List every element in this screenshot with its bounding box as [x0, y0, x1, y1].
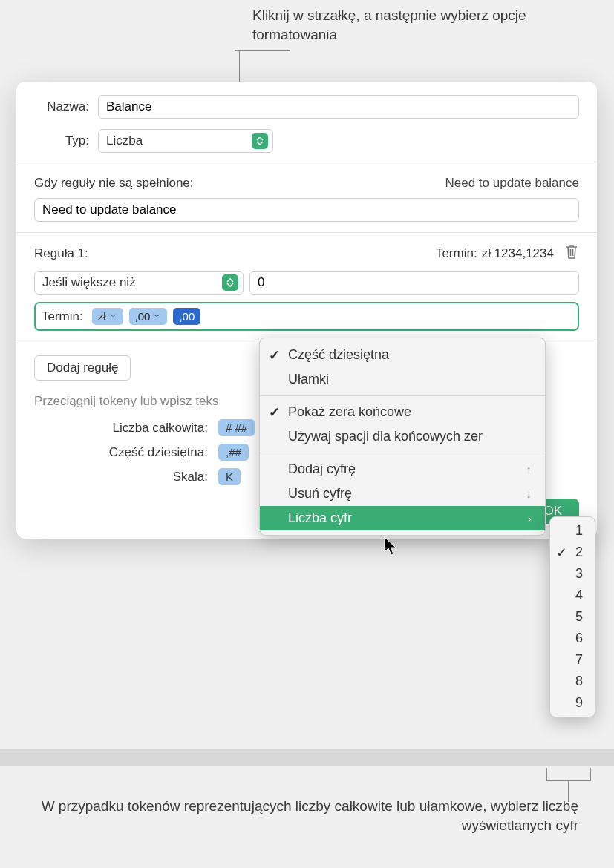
- submenu-item-5[interactable]: 5: [550, 606, 595, 628]
- termin-preview: zł 1234,1234: [482, 246, 554, 261]
- up-arrow-icon: ↑: [526, 463, 532, 476]
- token-decimal-2[interactable]: ,00: [173, 308, 200, 325]
- rules-fail-preview: Need to update balance: [445, 176, 579, 191]
- chevron-right-icon: ›: [528, 512, 532, 525]
- decimal-token[interactable]: ,##: [218, 444, 249, 461]
- menu-space-trailing-zeros[interactable]: Używaj spacji dla końcowych zer: [260, 424, 545, 449]
- digit-count-submenu: 1 ✓2 3 4 5 6 7 8 9: [549, 516, 595, 717]
- background-strip: [0, 749, 614, 766]
- condition-select[interactable]: Jeśli większe niż: [34, 271, 244, 295]
- integer-token[interactable]: # ##: [218, 419, 255, 436]
- type-select[interactable]: Liczba: [98, 129, 273, 153]
- name-label: Nazwa:: [34, 99, 98, 114]
- trash-icon[interactable]: [564, 243, 579, 263]
- menu-decimal-part[interactable]: ✓ Część dziesiętna: [260, 343, 545, 367]
- submenu-item-4[interactable]: 4: [550, 585, 595, 606]
- menu-add-digit[interactable]: Dodaj cyfrę ↑: [260, 457, 545, 481]
- menu-show-trailing-zeros[interactable]: ✓ Pokaż zera końcowe: [260, 400, 545, 424]
- chevron-down-icon: ﹀: [153, 311, 161, 322]
- submenu-item-2[interactable]: ✓2: [550, 542, 595, 563]
- check-icon: ✓: [269, 404, 280, 421]
- down-arrow-icon: ↓: [526, 487, 532, 500]
- menu-remove-digit[interactable]: Usuń cyfrę ↓: [260, 481, 545, 506]
- submenu-item-1[interactable]: 1: [550, 520, 595, 542]
- cursor-icon: [383, 536, 399, 560]
- submenu-item-9[interactable]: 9: [550, 692, 595, 714]
- add-rule-button[interactable]: Dodaj regułę: [34, 355, 131, 381]
- token-context-menu: ✓ Część dziesiętna Ułamki ✓ Pokaż zera k…: [259, 338, 546, 536]
- chevron-down-icon: ﹀: [109, 311, 117, 322]
- decimal-token-label: Część dziesiętna:: [34, 445, 218, 460]
- condition-value-input[interactable]: [249, 271, 579, 295]
- rules-fail-label: Gdy reguły nie są spełnione:: [34, 176, 194, 191]
- submenu-item-7[interactable]: 7: [550, 649, 595, 671]
- submenu-item-8[interactable]: 8: [550, 671, 595, 692]
- rules-fail-input[interactable]: [34, 198, 579, 222]
- token-currency[interactable]: zł﹀: [92, 308, 123, 325]
- rule1-label: Reguła 1:: [34, 246, 88, 261]
- termin-field-label: Termin:: [42, 309, 83, 324]
- token-decimal-1[interactable]: ,00﹀: [129, 308, 168, 325]
- callout-bracket: [546, 768, 591, 781]
- callout-top: Kliknij w strzałkę, a następnie wybierz …: [252, 6, 614, 44]
- scale-token[interactable]: K: [218, 468, 241, 485]
- submenu-item-3[interactable]: 3: [550, 563, 595, 585]
- integer-token-label: Liczba całkowita:: [34, 421, 218, 435]
- check-icon: ✓: [556, 545, 567, 561]
- termin-format-row[interactable]: Termin: zł﹀ ,00﹀ ,00: [34, 302, 579, 331]
- scale-token-label: Skala:: [34, 470, 218, 484]
- type-label: Typ:: [34, 134, 98, 148]
- updown-icon: [252, 133, 268, 149]
- menu-separator: [260, 453, 545, 453]
- termin-preview-label: Termin:: [436, 246, 477, 261]
- updown-icon: [222, 274, 238, 291]
- condition-select-value: Jeśli większe niż: [42, 275, 136, 290]
- menu-fractions[interactable]: Ułamki: [260, 367, 545, 392]
- type-select-value: Liczba: [106, 134, 143, 148]
- check-icon: ✓: [269, 347, 280, 364]
- menu-digit-count[interactable]: Liczba cyfr ›: [260, 506, 545, 530]
- submenu-item-6[interactable]: 6: [550, 628, 595, 649]
- name-input[interactable]: [98, 95, 579, 119]
- callout-bottom: W przypadku tokenów reprezentujących lic…: [0, 797, 578, 835]
- menu-separator: [260, 395, 545, 396]
